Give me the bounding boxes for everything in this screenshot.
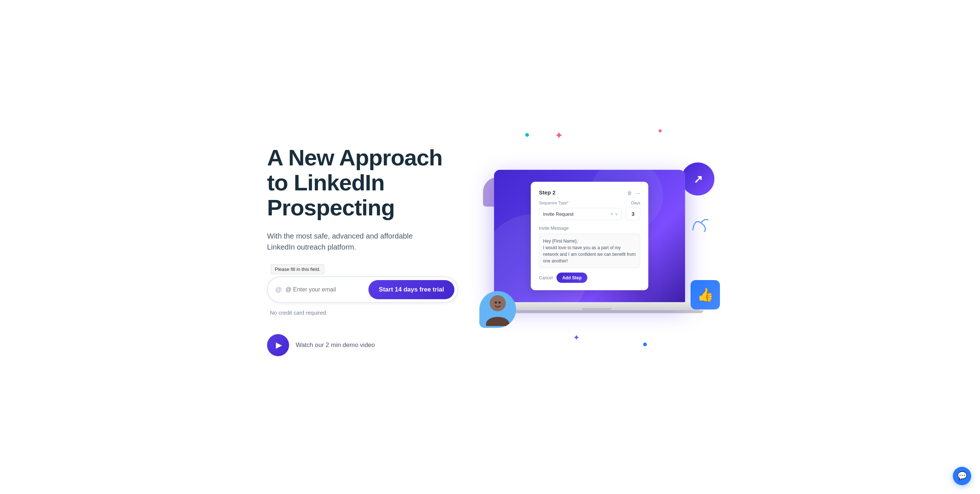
deco-star-purple: ✦ [573, 333, 580, 343]
cancel-button[interactable]: Cancel [539, 275, 552, 280]
message-text: Hey {First Name},I would love to have yo… [543, 239, 635, 263]
play-button[interactable]: ▶ [267, 334, 289, 356]
clear-icon: ✕ [610, 211, 613, 216]
bubble-trending: ↗ [681, 163, 714, 196]
main-heading: A New Approach to LinkedIn Prospecting [267, 145, 466, 220]
play-icon: ▶ [276, 340, 282, 350]
svg-point-2 [495, 301, 497, 304]
avatar-svg [483, 293, 512, 326]
subtitle: With the most safe, advanced and afforda… [267, 231, 421, 252]
svg-point-3 [498, 301, 501, 304]
deco-dot-blue [643, 343, 647, 346]
trash-icon[interactable]: 🗑 [627, 190, 632, 195]
email-input[interactable] [285, 286, 368, 293]
chat-icon: 💬 [957, 471, 967, 481]
add-step-button[interactable]: Add Step [557, 273, 588, 283]
svg-point-1 [486, 317, 509, 326]
demo-section: ▶ Watch our 2 min demo video [267, 334, 466, 356]
days-label: Days [631, 201, 640, 205]
laptop-screen: Step 2 🗑 — Sequence Type* Days [494, 170, 685, 302]
laptop-base [494, 302, 700, 310]
invite-msg-label: Invite Message [539, 226, 640, 231]
minimize-icon[interactable]: — [635, 190, 640, 195]
seq-type-label: Sequence Type* [539, 201, 569, 205]
trending-icon: ↗ [694, 173, 703, 186]
select-icons: ✕ ∨ [610, 211, 618, 216]
no-credit-card-label: No credit card required. [270, 309, 466, 316]
cta-button[interactable]: Start 14 days free trial [368, 280, 454, 299]
email-form: @ Start 14 days free trial [267, 276, 458, 303]
seq-type-select[interactable]: Invite Request ✕ ∨ [539, 208, 622, 220]
scribble-decoration [687, 212, 713, 241]
tooltip-error-container: Please fill in this field. [267, 264, 466, 276]
days-input[interactable]: 3 [625, 207, 640, 220]
deco-star-pink: ✦ [555, 129, 563, 142]
step-modal: Step 2 🗑 — Sequence Type* Days [531, 182, 648, 290]
sequence-row: Invite Request ✕ ∨ 3 [539, 207, 640, 220]
chevron-down-icon: ∨ [615, 211, 618, 216]
demo-label: Watch our 2 min demo video [296, 341, 375, 349]
bubble-user-avatar [479, 291, 516, 328]
invite-message-box[interactable]: Hey {First Name},I would love to have yo… [539, 234, 640, 268]
at-icon: @ [275, 286, 282, 294]
seq-value: Invite Request [543, 211, 573, 217]
chat-button[interactable]: 💬 [953, 467, 971, 485]
right-section: ✦ ✦ ♥ ↗ [481, 140, 713, 354]
deco-dot-pink [659, 129, 662, 132]
left-section: A New Approach to LinkedIn Prospecting W… [267, 138, 481, 357]
tooltip-error: Please fill in this field. [271, 264, 325, 274]
laptop-foot [490, 310, 703, 313]
svg-point-0 [490, 295, 506, 311]
laptop-illustration: ♥ ↗ Step [494, 170, 700, 324]
modal-step-label: Step 2 [539, 189, 555, 196]
bubble-thumbs: 👍 [690, 280, 720, 309]
modal-footer: Cancel Add Step [539, 273, 640, 283]
thumbsup-icon: 👍 [697, 287, 714, 303]
modal-controls: 🗑 — [627, 190, 640, 195]
deco-dot-teal [525, 133, 529, 137]
